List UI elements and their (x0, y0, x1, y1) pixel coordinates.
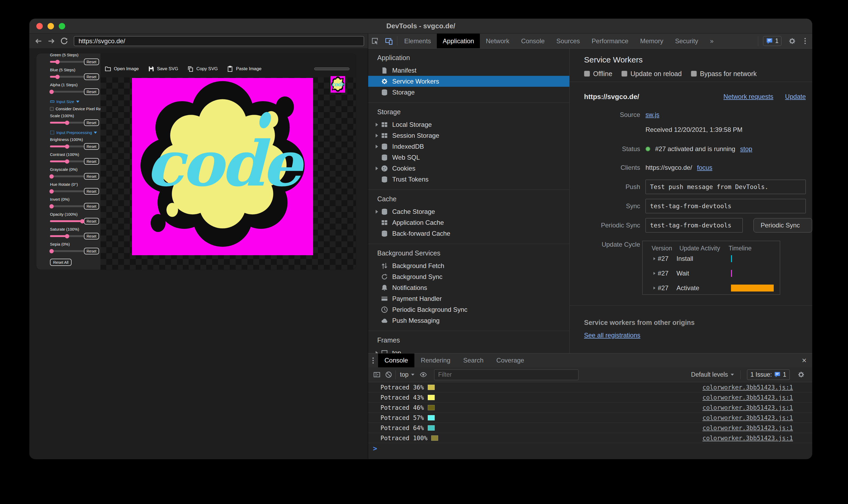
slider-thumb[interactable] (80, 219, 84, 223)
sidebar-item-application-cache[interactable]: Application Cache (368, 217, 569, 228)
forward-button[interactable] (46, 36, 57, 47)
issues-badge[interactable]: 1 (763, 36, 781, 46)
eye-live-expression-icon[interactable] (418, 369, 429, 381)
checkbox-box-icon[interactable] (691, 71, 697, 77)
expand-arrow-icon[interactable] (376, 123, 378, 127)
slider-thumb[interactable] (49, 249, 54, 253)
slider-thumb[interactable] (49, 90, 54, 94)
sidebar-item-manifest[interactable]: Manifest (368, 65, 569, 76)
section-input-preprocessing[interactable]: Input Preprocessing (50, 130, 96, 135)
execution-context-selector[interactable]: top (397, 371, 418, 378)
color-swatch[interactable] (428, 415, 435, 420)
slider-thumb[interactable] (49, 174, 54, 179)
minimize-window-button[interactable] (48, 23, 54, 29)
reset-all-button[interactable]: Reset All (50, 259, 72, 266)
color-swatch[interactable] (431, 435, 438, 441)
console-prompt[interactable]: > (368, 443, 812, 454)
expand-arrow-icon[interactable] (376, 210, 378, 214)
reload-button[interactable] (59, 36, 69, 47)
reset-button[interactable]: Reset (84, 203, 99, 210)
sidebar-item-background-sync[interactable]: Background Sync (368, 271, 569, 282)
slider-track[interactable] (50, 91, 84, 93)
checkbox-box-icon[interactable] (584, 71, 590, 77)
sidebar-item-background-fetch[interactable]: Background Fetch (368, 260, 569, 271)
checkbox-bypass-for-network[interactable]: Bypass for network (691, 70, 757, 78)
drawer-menu-kebab-icon[interactable] (368, 354, 378, 367)
device-toolbar-icon[interactable] (382, 34, 396, 48)
sidebar-item-local-storage[interactable]: Local Storage (368, 119, 569, 130)
url-input[interactable] (74, 36, 364, 46)
console-source-link[interactable]: colorworker.3bb51423.js:1 (703, 435, 793, 442)
slider-thumb[interactable] (55, 75, 59, 79)
back-button[interactable] (33, 36, 44, 47)
close-drawer-icon[interactable]: × (796, 354, 812, 367)
slider-track[interactable] (50, 122, 84, 124)
sidebar-item-cookies[interactable]: Cookies (368, 163, 569, 174)
see-all-registrations-link[interactable]: See all registrations (584, 331, 640, 339)
color-swatch[interactable] (428, 405, 435, 410)
color-swatch[interactable] (428, 385, 435, 390)
source-file-link[interactable]: sw.js (645, 111, 659, 119)
devtools-tab-more[interactable]: » (704, 34, 719, 48)
devtools-tab-performance[interactable]: Performance (586, 34, 634, 48)
push-message-input[interactable] (645, 180, 806, 194)
slider-thumb[interactable] (65, 144, 69, 149)
color-swatch[interactable] (428, 425, 435, 431)
clear-console-icon[interactable] (383, 369, 394, 381)
save-svg-button[interactable]: Save SVG (148, 66, 178, 72)
sidebar-item-indexeddb[interactable]: IndexedDB (368, 141, 569, 152)
open-image-button[interactable]: Open Image (105, 66, 139, 72)
expand-arrow-icon[interactable] (376, 134, 378, 138)
checkbox-box-icon[interactable] (50, 107, 54, 111)
reset-button[interactable]: Reset (84, 248, 99, 254)
console-tab-console[interactable]: Console (378, 354, 414, 367)
sidebar-item-back-forward-cache[interactable]: Back-forward Cache (368, 228, 569, 239)
console-tab-coverage[interactable]: Coverage (490, 354, 531, 367)
devtools-tab-security[interactable]: Security (669, 34, 704, 48)
sync-tag-input[interactable] (645, 199, 806, 213)
devtools-tab-elements[interactable]: Elements (398, 34, 437, 48)
zoom-window-button[interactable] (59, 23, 65, 29)
devtools-tab-memory[interactable]: Memory (634, 34, 669, 48)
slider-track[interactable] (50, 220, 84, 222)
slider-track[interactable] (50, 76, 84, 78)
focus-link[interactable]: focus (697, 164, 712, 172)
checkbox-offline[interactable]: Offline (584, 70, 612, 78)
slider-thumb[interactable] (49, 204, 54, 209)
reset-button[interactable]: Reset (84, 218, 99, 224)
slider-track[interactable] (50, 145, 84, 147)
console-tab-search[interactable]: Search (457, 354, 490, 367)
reset-button[interactable]: Reset (84, 73, 99, 80)
checkbox-box-icon[interactable] (621, 71, 627, 77)
slider-track[interactable] (50, 61, 84, 63)
console-issues-badge[interactable]: 1 Issue: 1 (747, 370, 790, 380)
slider-thumb[interactable] (65, 121, 69, 125)
copy-svg-button[interactable]: Copy SVG (187, 66, 218, 72)
network-requests-link[interactable]: Network requests (724, 93, 774, 101)
slider-thumb[interactable] (65, 234, 69, 238)
expand-arrow-icon[interactable] (654, 272, 655, 275)
update-link[interactable]: Update (785, 93, 806, 101)
reset-button[interactable]: Reset (84, 173, 99, 180)
close-window-button[interactable] (36, 23, 43, 29)
color-swatch[interactable] (428, 395, 435, 400)
reset-button[interactable]: Reset (84, 233, 99, 239)
reset-button[interactable]: Reset (84, 58, 99, 65)
sidebar-item-session-storage[interactable]: Session Storage (368, 130, 569, 141)
console-source-link[interactable]: colorworker.3bb51423.js:1 (703, 425, 793, 431)
sidebar-item-web-sql[interactable]: Web SQL (368, 152, 569, 163)
expand-arrow-icon[interactable] (376, 166, 378, 170)
console-settings-gear-icon[interactable] (795, 369, 807, 381)
devtools-tab-application[interactable]: Application (437, 34, 480, 48)
reset-button[interactable]: Reset (84, 188, 99, 195)
slider-track[interactable] (50, 235, 84, 237)
slider-track[interactable] (50, 175, 84, 177)
console-source-link[interactable]: colorworker.3bb51423.js:1 (703, 394, 793, 401)
checkbox-consider-device-pixel-ratio[interactable]: Consider Device Pixel Ratio (50, 107, 96, 111)
expand-arrow-icon[interactable] (376, 351, 378, 354)
sidebar-item-notifications[interactable]: Notifications (368, 282, 569, 293)
sidebar-item-top[interactable]: top (368, 347, 569, 353)
slider-track[interactable] (50, 160, 84, 162)
sidebar-item-cache-storage[interactable]: Cache Storage (368, 206, 569, 217)
console-source-link[interactable]: colorworker.3bb51423.js:1 (703, 414, 793, 421)
